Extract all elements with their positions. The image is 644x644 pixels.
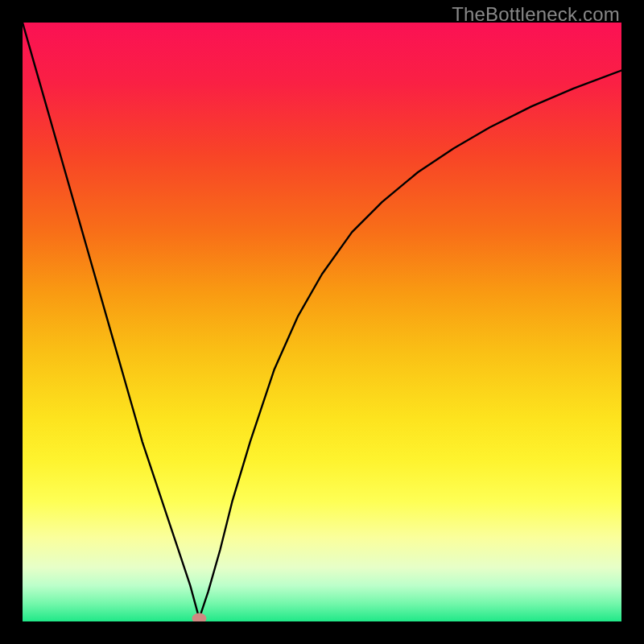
chart-background-gradient bbox=[23, 23, 621, 621]
chart-svg bbox=[23, 23, 621, 621]
chart-plot-area bbox=[23, 23, 621, 621]
